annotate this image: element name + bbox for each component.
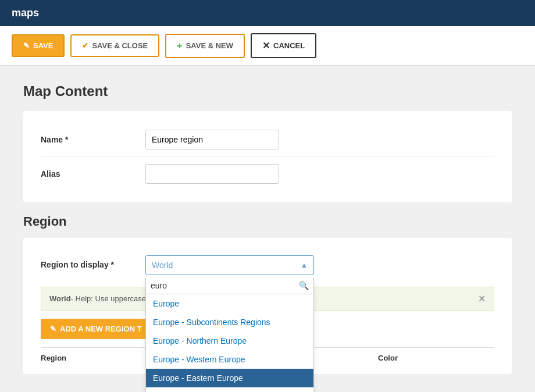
top-bar: maps bbox=[0, 0, 535, 26]
name-input[interactable] bbox=[145, 130, 279, 149]
dropdown-item-5[interactable]: Europe - Southern Europe bbox=[146, 387, 313, 392]
alias-input[interactable] bbox=[145, 164, 279, 184]
search-icon: 🔍 bbox=[299, 281, 309, 290]
plus-icon: + bbox=[177, 41, 182, 51]
help-text: World- Help: Use uppercase l bbox=[49, 294, 149, 303]
add-region-edit-icon: ✎ bbox=[50, 325, 56, 333]
name-row: Name * bbox=[41, 123, 494, 157]
region-display-label: Region to display * bbox=[41, 255, 145, 269]
region-card: Region to display * World ▲ 🔍 Europe Eur… bbox=[23, 238, 512, 374]
dropdown-search-bar: 🔍 bbox=[146, 277, 313, 294]
dropdown-item-2[interactable]: Europe - Northern Europe bbox=[146, 332, 313, 350]
save-close-button[interactable]: ✔ SAVE & CLOSE bbox=[70, 34, 159, 57]
region-section-title: Region bbox=[23, 214, 512, 229]
map-content-card: Name * Alias bbox=[23, 111, 512, 202]
dropdown-search-input[interactable] bbox=[151, 281, 297, 290]
dropdown-item-0[interactable]: Europe bbox=[146, 294, 313, 313]
x-icon: ✕ bbox=[262, 40, 270, 51]
add-region-button[interactable]: ✎ ADD A NEW REGION T bbox=[41, 319, 151, 339]
toolbar: ✎ SAVE ✔ SAVE & CLOSE + SAVE & NEW ✕ CAN… bbox=[0, 26, 535, 66]
map-content-title: Map Content bbox=[23, 83, 512, 99]
save-icon: ✎ bbox=[23, 41, 30, 50]
dropdown-arrow-icon: ▲ bbox=[301, 261, 308, 269]
help-close-button[interactable]: ✕ bbox=[478, 293, 486, 304]
dropdown-item-4[interactable]: Europe - Eastern Europe bbox=[146, 369, 313, 387]
dropdown-item-1[interactable]: Europe - Subcontinents Regions bbox=[146, 313, 313, 332]
region-dropdown-container: World ▲ 🔍 Europe Europe - Subcontinents … bbox=[145, 255, 314, 275]
check-icon: ✔ bbox=[82, 41, 88, 50]
save-button[interactable]: ✎ SAVE bbox=[12, 34, 65, 57]
region-dropdown-selected[interactable]: World ▲ bbox=[145, 255, 314, 275]
app-title: maps bbox=[12, 7, 39, 19]
save-new-button[interactable]: + SAVE & NEW bbox=[165, 34, 245, 58]
alias-label: Alias bbox=[41, 169, 145, 179]
dropdown-item-3[interactable]: Europe - Western Europe bbox=[146, 350, 313, 369]
table-color-col: Color bbox=[378, 354, 494, 362]
main-content: Map Content Name * Alias Region Region t… bbox=[0, 66, 535, 392]
alias-row: Alias bbox=[41, 157, 494, 191]
cancel-button[interactable]: ✕ CANCEL bbox=[251, 33, 316, 58]
region-display-row: Region to display * World ▲ 🔍 Europe Eur… bbox=[41, 250, 494, 281]
name-label: Name * bbox=[41, 135, 145, 144]
dropdown-selected-text: World bbox=[152, 261, 173, 270]
dropdown-panel: 🔍 Europe Europe - Subcontinents Regions … bbox=[145, 277, 314, 392]
